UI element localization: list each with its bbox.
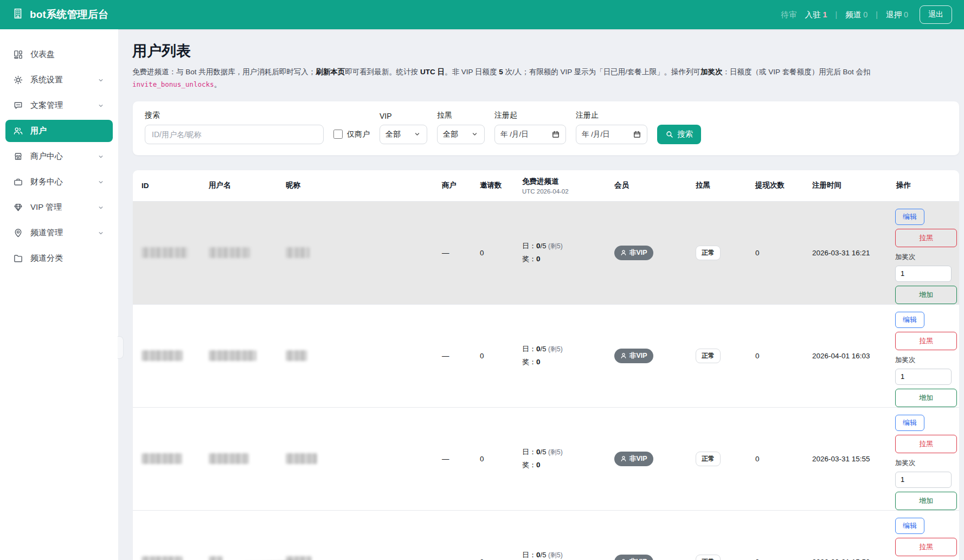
edit-button[interactable]: 编辑 (895, 415, 924, 431)
register-to-date-input[interactable]: 年 /月/日 (576, 125, 647, 144)
edit-button[interactable]: 编辑 (895, 312, 924, 328)
merchant-only-checkbox[interactable] (333, 130, 343, 139)
sidebar-item-label: 财务中心 (30, 177, 63, 187)
sidebar-item-label: 用户 (30, 126, 47, 136)
blacklist-button[interactable]: 拉黑 (895, 332, 957, 350)
bonus-count-input[interactable] (895, 266, 952, 282)
cell-registered: 2026-04-01 16:03 (808, 352, 892, 360)
app-title: bot系统管理后台 (30, 8, 108, 22)
map-pin-icon (13, 228, 23, 238)
blacklist-button[interactable]: 拉黑 (895, 538, 957, 556)
chevron-down-icon (413, 130, 421, 138)
table-body: — 0 日：0/5 (剩5) 奖：0 非VIP 正常 0 2026-03-31 … (133, 202, 959, 560)
sidebar-item-label: VIP 管理 (30, 202, 62, 213)
search-input[interactable] (145, 125, 324, 144)
bonus-count-label: 加奖次 (895, 356, 916, 365)
cell-vip: 非VIP (610, 246, 691, 260)
cell-registered: 2026-03-31 15:55 (808, 455, 892, 463)
edit-button[interactable]: 编辑 (895, 518, 924, 534)
redacted-id (142, 556, 183, 560)
cell-id (133, 556, 204, 560)
stat-refunds: 退押0 (886, 10, 908, 20)
search-button[interactable]: 搜索 (657, 125, 701, 144)
vip-filter-label: VIP (380, 112, 427, 120)
blacklist-select[interactable]: 全部 (437, 125, 485, 144)
col-nickname: 昵称 (281, 181, 438, 190)
folder-icon (13, 253, 23, 263)
calendar-icon (633, 130, 641, 139)
cell-free-channel: 日：0/5 (剩5) 奖：0 (518, 446, 610, 472)
redacted-id (142, 247, 188, 258)
register-from-date-input[interactable]: 年 /月/日 (494, 125, 566, 144)
cell-id (133, 247, 204, 258)
search-label: 搜索 (145, 111, 324, 120)
col-registered: 注册时间 (808, 181, 892, 190)
vip-select[interactable]: 全部 (380, 125, 427, 144)
top-header: bot系统管理后台 待审 入驻1 | 频道0 | 退押0 退出 (0, 0, 964, 29)
sidebar-item-label: 文案管理 (30, 100, 63, 111)
chevron-down-icon (97, 203, 105, 212)
add-bonus-button[interactable]: 增加 (895, 286, 957, 304)
col-vip: 会员 (610, 181, 691, 190)
register-to-label: 注册止 (576, 111, 647, 120)
cell-invites: 0 (475, 558, 518, 560)
table-row: — 0 日：0/5 (剩5) 奖：0 非VIP 正常 0 2026-03-31 … (133, 511, 959, 560)
add-bonus-button[interactable]: 增加 (895, 492, 957, 510)
sidebar-item-channel-category[interactable]: 频道分类 (5, 247, 113, 269)
cell-vip: 非VIP (610, 452, 691, 466)
redacted-nickname (286, 556, 312, 560)
cell-free-channel: 日：0/5 (剩5) 奖：0 (518, 240, 610, 266)
filter-bar: 搜索 仅商户 VIP 全部 拉黑 全部 (132, 101, 960, 156)
status-badge: 正常 (696, 349, 721, 363)
blacklist-button[interactable]: 拉黑 (895, 435, 957, 453)
sidebar: 仪表盘 系统设置 文案管理 用户 (0, 29, 118, 560)
cell-actions: 编辑 拉黑 加奖次 增加 (892, 305, 959, 407)
merchant-only-label: 仅商户 (347, 130, 370, 139)
cell-blacklist: 正常 (691, 555, 751, 560)
sidebar-collapse-handle[interactable] (118, 336, 124, 359)
stat-channels: 频道0 (845, 10, 867, 20)
cell-nickname (281, 453, 438, 464)
add-bonus-button[interactable]: 增加 (895, 389, 957, 407)
cell-actions: 编辑 拉黑 加奖次 增加 (892, 202, 959, 304)
sidebar-item-system-settings[interactable]: 系统设置 (5, 69, 113, 91)
sidebar-item-dashboard[interactable]: 仪表盘 (5, 43, 113, 66)
table-row: — 0 日：0/5 (剩5) 奖：0 非VIP 正常 0 2026-04-01 … (133, 305, 959, 408)
col-actions: 操作 (892, 181, 959, 190)
user-table: ID 用户名 昵称 商户 邀请数 免费进频道 UTC 2026-04-02 会员… (132, 170, 960, 560)
person-icon (620, 455, 627, 462)
sidebar-item-users[interactable]: 用户 (5, 120, 113, 142)
vip-badge: 非VIP (614, 555, 653, 560)
calendar-icon (551, 130, 560, 139)
cell-withdrawals: 0 (751, 249, 808, 257)
cell-actions: 编辑 拉黑 加奖次 增加 (892, 511, 959, 560)
table-header: ID 用户名 昵称 商户 邀请数 免费进频道 UTC 2026-04-02 会员… (133, 170, 959, 202)
sidebar-item-channel-management[interactable]: 频道管理 (5, 222, 113, 244)
chevron-down-icon (97, 76, 105, 85)
sidebar-item-label: 商户中心 (30, 151, 63, 162)
pending-review-label: 待审 (781, 10, 796, 20)
sidebar-item-vip-management[interactable]: VIP 管理 (5, 196, 113, 218)
sidebar-item-finance-center[interactable]: 财务中心 (5, 171, 113, 193)
col-free-channel: 免费进频道 UTC 2026-04-02 (518, 177, 610, 195)
cell-merchant: — (438, 455, 475, 463)
redacted-username (209, 350, 256, 361)
sidebar-item-copy-management[interactable]: 文案管理 (5, 94, 113, 117)
sidebar-item-label: 系统设置 (30, 75, 63, 85)
sidebar-item-merchant-center[interactable]: 商户中心 (5, 145, 113, 168)
bonus-count-input[interactable] (895, 472, 952, 488)
separator: | (836, 10, 838, 19)
blacklist-button[interactable]: 拉黑 (895, 229, 957, 247)
cell-blacklist: 正常 (691, 452, 751, 466)
stat-merchants: 入驻1 (805, 10, 827, 20)
edit-button[interactable]: 编辑 (895, 209, 924, 225)
redacted-id (142, 350, 183, 361)
stat-refunds-value: 0 (904, 10, 908, 19)
search-icon (665, 130, 674, 139)
logout-button[interactable]: 退出 (920, 5, 952, 24)
bonus-count-input[interactable] (895, 369, 952, 385)
table-row: — 0 日：0/5 (剩5) 奖：0 非VIP 正常 0 2026-03-31 … (133, 408, 959, 511)
gem-icon (13, 202, 23, 213)
cell-username (204, 247, 281, 258)
cell-blacklist: 正常 (691, 349, 751, 363)
